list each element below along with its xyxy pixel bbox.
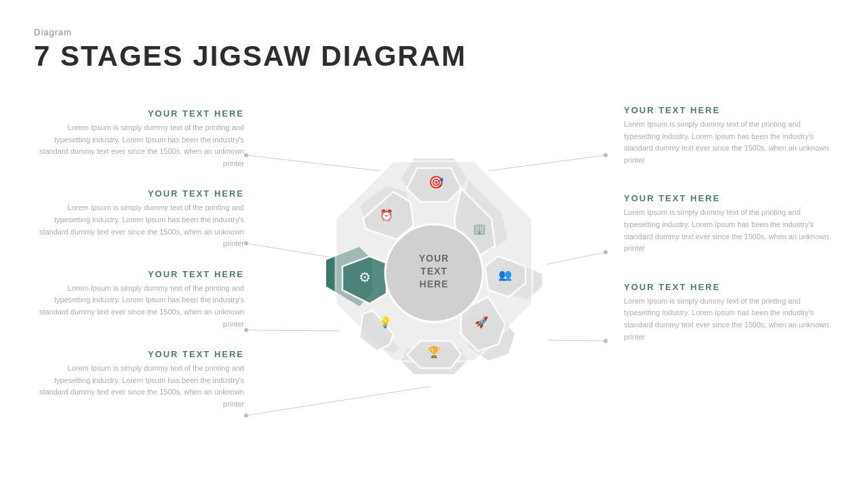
- svg-point-11: [604, 250, 608, 254]
- svg-text:YOUR: YOUR: [419, 253, 449, 264]
- left-body-1: Lorem Ipsum is simply dummy text of the …: [34, 122, 244, 169]
- left-item-2: YOUR TEXT HERE Lorem Ipsum is simply dum…: [34, 188, 244, 249]
- page-title: 7 STAGES JIGSAW DIAGRAM: [34, 40, 467, 73]
- left-body-3: Lorem Ipsum is simply dummy text of the …: [34, 283, 244, 330]
- svg-point-9: [604, 153, 608, 157]
- left-title-4: YOUR TEXT HERE: [34, 349, 244, 359]
- jigsaw-svg: YOUR TEXT HERE 🎯 🏢 👥 🚀 🏆 💡 ⚙ ⏰: [319, 151, 549, 382]
- svg-text:TEXT: TEXT: [420, 266, 448, 277]
- svg-point-7: [244, 413, 248, 418]
- svg-text:💡: 💡: [378, 316, 392, 329]
- left-body-2: Lorem Ipsum is simply dummy text of the …: [34, 202, 244, 249]
- left-title-1: YOUR TEXT HERE: [34, 108, 244, 119]
- left-item-1: YOUR TEXT HERE Lorem Ipsum is simply dum…: [34, 108, 244, 169]
- svg-point-1: [244, 153, 248, 157]
- right-body-2: Lorem Ipsum is simply dummy text of the …: [624, 207, 834, 254]
- left-title-2: YOUR TEXT HERE: [34, 188, 244, 199]
- svg-point-5: [244, 328, 248, 332]
- svg-line-6: [246, 386, 431, 415]
- diagram-container: YOUR TEXT HERE 🎯 🏢 👥 🚀 🏆 💡 ⚙ ⏰: [319, 151, 549, 384]
- right-body-1: Lorem Ipsum is simply dummy text of the …: [624, 119, 834, 166]
- svg-text:⏰: ⏰: [380, 209, 393, 222]
- svg-text:🏢: 🏢: [473, 222, 486, 235]
- left-labels-container: YOUR TEXT HERE Lorem Ipsum is simply dum…: [34, 108, 244, 430]
- svg-text:⚙: ⚙: [359, 270, 371, 285]
- svg-point-3: [244, 241, 248, 245]
- svg-text:🎯: 🎯: [429, 175, 444, 190]
- svg-line-12: [548, 340, 606, 341]
- svg-text:🚀: 🚀: [475, 316, 488, 329]
- svg-line-10: [547, 252, 606, 264]
- right-body-3: Lorem Ipsum is simply dummy text of the …: [624, 296, 834, 343]
- left-body-4: Lorem Ipsum is simply dummy text of the …: [34, 363, 244, 410]
- svg-text:🏆: 🏆: [427, 346, 441, 359]
- right-title-3: YOUR TEXT HERE: [624, 282, 834, 292]
- right-item-3: YOUR TEXT HERE Lorem Ipsum is simply dum…: [624, 282, 834, 343]
- header-label: Diagram: [34, 27, 467, 37]
- right-item-2: YOUR TEXT HERE Lorem Ipsum is simply dum…: [624, 193, 834, 254]
- svg-text:HERE: HERE: [420, 279, 449, 289]
- svg-point-13: [604, 339, 608, 343]
- header-section: Diagram 7 STAGES JIGSAW DIAGRAM: [34, 27, 467, 73]
- right-item-1: YOUR TEXT HERE Lorem Ipsum is simply dum…: [624, 105, 834, 166]
- left-item-3: YOUR TEXT HERE Lorem Ipsum is simply dum…: [34, 269, 244, 330]
- left-title-3: YOUR TEXT HERE: [34, 269, 244, 279]
- right-title-2: YOUR TEXT HERE: [624, 193, 834, 203]
- right-labels-container: YOUR TEXT HERE Lorem Ipsum is simply dum…: [624, 105, 834, 362]
- left-item-4: YOUR TEXT HERE Lorem Ipsum is simply dum…: [34, 349, 244, 410]
- right-title-1: YOUR TEXT HERE: [624, 105, 834, 115]
- svg-text:👥: 👥: [498, 268, 512, 281]
